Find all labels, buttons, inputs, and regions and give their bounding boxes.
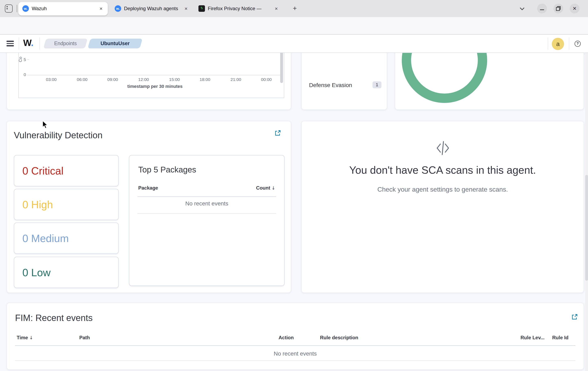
external-link-icon[interactable] — [274, 130, 281, 136]
help-icon[interactable]: ? — [575, 41, 581, 47]
severity-card-low[interactable]: 0 Low — [14, 257, 119, 288]
external-link-icon[interactable] — [571, 314, 578, 320]
card-title: Top 5 Packages — [138, 165, 196, 175]
tab-wazuh[interactable]: w. Wazuh ✕ — [18, 2, 108, 15]
severity-label: 0 Medium — [22, 223, 118, 254]
x-tick: 00:00 — [257, 77, 275, 82]
events-evolution-panel: Co 5 0 03:00 06:00 09:00 12:00 15:00 18:… — [7, 53, 291, 110]
tab-separator — [17, 5, 17, 12]
severity-label: 0 Low — [22, 257, 118, 288]
donut-chart — [402, 53, 487, 103]
severity-card-critical[interactable]: 0 Critical — [14, 155, 119, 186]
new-tab-button[interactable]: + — [290, 3, 300, 14]
x-tick: 12:00 — [135, 77, 152, 82]
page-scrollbar-thumb[interactable] — [585, 175, 588, 281]
severity-label: 0 High — [22, 189, 118, 220]
sca-panel: You don't have SCA scans in this agent. … — [301, 121, 584, 293]
wazuh-favicon-icon: w. — [22, 5, 29, 12]
list-tabs-chevron-icon[interactable] — [517, 4, 527, 13]
tab-bar: w. Wazuh ✕ w. Deploying Wazuh agents ✕ ϟ… — [0, 0, 588, 17]
sidebar-menu-icon[interactable] — [7, 41, 14, 46]
y-tick: 0 — [20, 72, 26, 77]
mitre-techniques-panel: Defense Evasion 1 — [301, 53, 387, 110]
sort-desc-icon: ↓ — [272, 186, 275, 191]
fim-recent-events-panel: FIM: Recent events Time ↓ Path Action Ru… — [7, 303, 584, 370]
table-rule — [15, 345, 575, 346]
header-separator — [569, 37, 569, 50]
chart-scrollbar[interactable] — [280, 53, 283, 83]
minimize-button[interactable] — [537, 4, 547, 13]
sort-desc-icon: ↓ — [29, 335, 33, 340]
privacy-notice-favicon-icon: ϟ — [199, 5, 205, 12]
code-icon — [434, 140, 451, 158]
x-tick: 21:00 — [227, 77, 245, 82]
table-rule — [137, 196, 276, 197]
column-header-rule-level: Rule Lev... — [521, 335, 545, 340]
wazuh-favicon-icon: w. — [115, 5, 121, 12]
column-header-rule-id: Rule Id — [552, 335, 568, 340]
navigation-toolbar: ← → ↻ https://192.168.64.5/app/endpoints… — [0, 17, 588, 35]
wazuh-app-header: W. Endpoints UbuntuUser a ? — [0, 35, 588, 53]
panel-title: Vulnerability Detection — [14, 130, 103, 141]
restore-button[interactable] — [553, 4, 563, 13]
user-avatar[interactable]: a — [552, 38, 564, 50]
header-separator — [40, 37, 40, 50]
breadcrumb-label: UbuntuUser — [89, 39, 141, 48]
empty-table-message: No recent events — [129, 200, 284, 207]
empty-table-message: No recent events — [7, 350, 584, 357]
technique-label: Defense Evasion — [309, 82, 352, 88]
table-rule — [137, 213, 276, 213]
x-axis-line — [29, 75, 281, 75]
column-header-time[interactable]: Time ↓ — [17, 335, 33, 340]
header-separator — [548, 37, 548, 50]
technique-count-badge: 1 — [372, 81, 381, 88]
column-header-rule-description: Rule description — [320, 335, 358, 340]
column-header-count[interactable]: Count ↓ — [256, 185, 275, 191]
y-tick-mark — [27, 59, 29, 60]
y-tick: 5 — [20, 57, 26, 62]
dashboard-content: Co 5 0 03:00 06:00 09:00 12:00 15:00 18:… — [0, 53, 588, 371]
wazuh-logo[interactable]: W. — [23, 38, 33, 48]
sca-empty-heading: You don't have SCA scans in this agent. — [302, 164, 584, 177]
mouse-cursor — [42, 120, 49, 131]
tab-deploying-agents[interactable]: w. Deploying Wazuh agents ✕ — [111, 2, 193, 15]
tab-title: Firefox Privacy Notice — — [208, 2, 262, 15]
header-separator — [19, 37, 19, 50]
x-axis-title: timestamp per 30 minutes — [74, 84, 236, 89]
panel-title: FIM: Recent events — [15, 313, 93, 323]
breadcrumb-label: Endpoints — [45, 39, 86, 48]
vulnerability-detection-panel: Vulnerability Detection 0 Critical 0 Hig… — [7, 121, 291, 293]
close-window-button[interactable]: ✕ — [570, 4, 579, 13]
x-tick: 18:00 — [196, 77, 214, 82]
column-header-package: Package — [138, 185, 158, 191]
x-tick: 15:00 — [166, 77, 183, 82]
browser-window: w. Wazuh ✕ w. Deploying Wazuh agents ✕ ϟ… — [0, 0, 588, 371]
technique-row[interactable]: Defense Evasion 1 — [309, 81, 381, 89]
x-tick: 03:00 — [42, 77, 60, 82]
tab-close-icon[interactable]: ✕ — [183, 5, 189, 12]
breadcrumb-endpoints[interactable]: Endpoints — [43, 39, 88, 48]
column-header-action: Action — [279, 335, 294, 340]
table-rule — [15, 360, 575, 361]
severity-card-medium[interactable]: 0 Medium — [14, 223, 119, 254]
tab-close-icon[interactable]: ✕ — [273, 5, 280, 12]
x-tick: 06:00 — [73, 77, 91, 82]
breadcrumb-agent[interactable]: UbuntuUser — [88, 39, 143, 48]
sca-empty-subheading: Check your agent settings to generate sc… — [302, 186, 584, 193]
events-histogram-chart: Co 5 0 03:00 06:00 09:00 12:00 15:00 18:… — [18, 53, 284, 98]
severity-card-high[interactable]: 0 High — [14, 189, 119, 220]
column-header-path: Path — [79, 335, 90, 340]
tab-privacy-notice[interactable]: ϟ Firefox Privacy Notice — ✕ — [194, 2, 283, 15]
tab-title: Deploying Wazuh agents — [124, 2, 178, 15]
firefox-view-icon[interactable] — [5, 4, 13, 13]
page-scrollbar-track[interactable] — [585, 53, 588, 371]
x-tick: 09:00 — [104, 77, 122, 82]
severity-label: 0 Critical — [22, 155, 118, 186]
donut-chart-panel — [395, 53, 584, 110]
tab-title: Wazuh — [32, 2, 47, 15]
top-packages-card: Top 5 Packages Package Count ↓ No recent… — [129, 155, 285, 286]
tab-close-icon[interactable]: ✕ — [98, 5, 105, 12]
